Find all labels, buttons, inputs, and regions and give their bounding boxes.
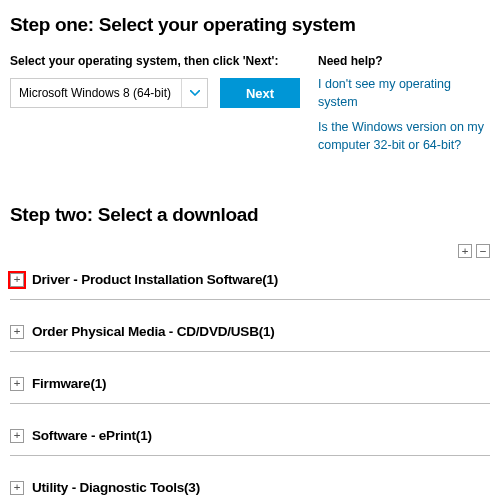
step-one-row: Select your operating system, then click…	[10, 54, 490, 162]
download-row-utility: + Utility - Diagnostic Tools(3)	[10, 470, 490, 503]
spacer	[10, 404, 490, 418]
os-select-label: Select your operating system, then click…	[10, 54, 300, 68]
expand-icon[interactable]: +	[10, 273, 24, 287]
expand-icon[interactable]: +	[10, 377, 24, 391]
step-one-title: Step one: Select your operating system	[10, 14, 490, 36]
help-link-bitness[interactable]: Is the Windows version on my computer 32…	[318, 119, 490, 154]
download-row-label[interactable]: Order Physical Media - CD/DVD/USB(1)	[32, 324, 275, 339]
download-row-label[interactable]: Driver - Product Installation Software(1…	[32, 272, 278, 287]
os-select-row: Microsoft Windows 8 (64-bit) Next	[10, 78, 300, 108]
step-two-title: Step two: Select a download	[10, 204, 490, 226]
download-row-media: + Order Physical Media - CD/DVD/USB(1)	[10, 314, 490, 352]
chevron-down-icon	[181, 79, 207, 107]
spacer	[10, 352, 490, 366]
download-row-firmware: + Firmware(1)	[10, 366, 490, 404]
os-dropdown-value: Microsoft Windows 8 (64-bit)	[19, 86, 181, 100]
download-row-label[interactable]: Firmware(1)	[32, 376, 106, 391]
expand-icon[interactable]: +	[10, 325, 24, 339]
expand-all-button[interactable]: +	[458, 244, 472, 258]
help-title: Need help?	[318, 54, 490, 68]
download-row-driver: + Driver - Product Installation Software…	[10, 262, 490, 300]
collapse-all-button[interactable]: −	[476, 244, 490, 258]
spacer	[10, 456, 490, 470]
next-button[interactable]: Next	[220, 78, 300, 108]
expand-collapse-controls: + −	[10, 244, 490, 258]
help-column: Need help? I don't see my operating syst…	[318, 54, 490, 162]
expand-icon[interactable]: +	[10, 429, 24, 443]
os-column: Select your operating system, then click…	[10, 54, 300, 162]
download-row-software: + Software - ePrint(1)	[10, 418, 490, 456]
download-row-label[interactable]: Utility - Diagnostic Tools(3)	[32, 480, 200, 495]
download-row-label[interactable]: Software - ePrint(1)	[32, 428, 152, 443]
os-dropdown[interactable]: Microsoft Windows 8 (64-bit)	[10, 78, 208, 108]
step-two-section: Step two: Select a download + − + Driver…	[10, 204, 490, 503]
help-link-no-os[interactable]: I don't see my operating system	[318, 76, 490, 111]
expand-icon[interactable]: +	[10, 481, 24, 495]
spacer	[10, 300, 490, 314]
